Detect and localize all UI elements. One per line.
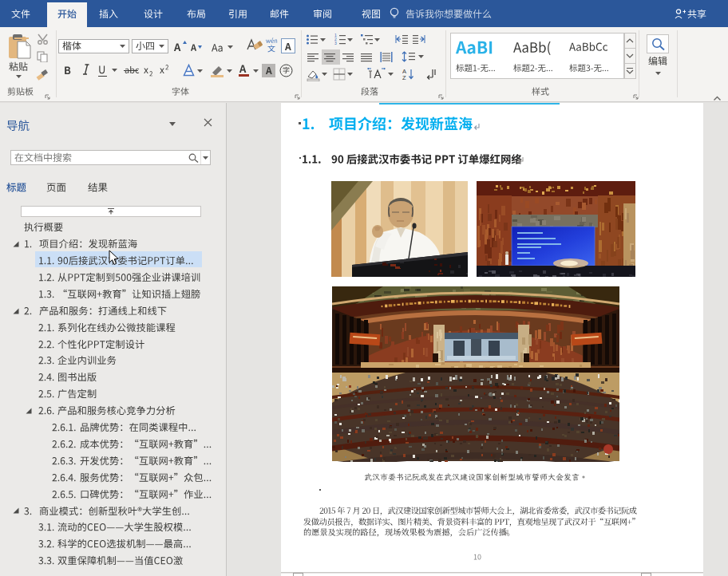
svg-text:Z: Z	[402, 74, 406, 81]
svg-text:3: 3	[334, 41, 337, 45]
